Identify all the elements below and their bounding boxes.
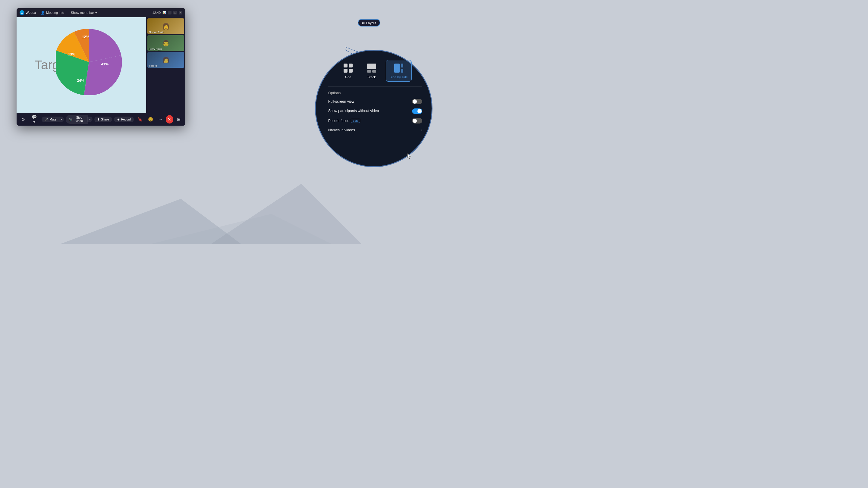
meeting-info-icon: 👤 — [41, 11, 45, 15]
layout-option-grid[interactable]: Grid — [339, 60, 358, 82]
emoji-btn[interactable]: 😊 — [146, 116, 155, 123]
svg-marker-0 — [60, 199, 241, 244]
fullscreen-toggle[interactable] — [412, 99, 422, 104]
svg-text:13%: 13% — [68, 52, 75, 56]
mute-label: Mute — [50, 118, 56, 121]
share-label: Share — [101, 118, 109, 121]
layout-btn-label: Layout — [366, 21, 376, 25]
stats-icon: 📊 — [162, 11, 166, 14]
person-icon: 👩 — [162, 23, 170, 30]
camera-icon: 📷 — [69, 118, 72, 121]
toolbar: ⊙ 💬 ▾ 🎤 Mute ▾ 📷 Stop video ▾ ⬆ Share ⏺ — [17, 113, 185, 126]
layout-option-side-by-side[interactable]: Side by side — [386, 60, 412, 82]
beta-badge: Beta — [351, 119, 360, 123]
chevron-down-icon: ▾ — [95, 11, 97, 15]
sidebar: 👩 Clarissa Smith 👨 Henry Riggs 👩 Isabell… — [146, 17, 185, 113]
fullscreen-label: Full-screen view — [328, 99, 354, 104]
end-call-btn[interactable]: ✕ — [166, 115, 173, 124]
svg-text:41%: 41% — [101, 62, 108, 66]
svg-rect-11 — [344, 69, 347, 73]
participant-name-henry: Henry Riggs — [149, 47, 162, 50]
participant-name-isabelle: Isabelle — [149, 64, 157, 67]
chevron-right-icon: › — [421, 128, 422, 133]
side-by-side-label: Side by side — [390, 75, 408, 79]
show-participants-toggle[interactable] — [412, 108, 422, 114]
grid-label: Grid — [345, 75, 351, 79]
meeting-info-btn[interactable]: 👤 Meeting info — [39, 10, 66, 15]
options-title: Options — [328, 91, 422, 95]
maximize-btn[interactable]: □ — [173, 11, 177, 14]
show-menu-bar-label: Show menu bar — [71, 11, 94, 14]
stop-video-label: Stop video — [73, 116, 85, 123]
mute-caret-btn[interactable]: ▾ — [59, 117, 64, 122]
cursor — [407, 153, 413, 161]
more-btn[interactable]: ··· — [157, 116, 164, 123]
webex-logo: W Webex — [20, 10, 36, 15]
main-content: Target 41% — [17, 17, 185, 113]
svg-marker-1 — [211, 184, 362, 244]
time-display: 12:40 — [152, 11, 161, 14]
side-by-side-icon — [393, 63, 404, 73]
activity-icon-btn[interactable]: ⊙ — [20, 116, 27, 123]
close-btn[interactable]: ✕ — [179, 11, 182, 14]
options-section: Options Full-screen view Show participan… — [328, 91, 422, 133]
grid-view-btn[interactable]: ⊞ — [175, 116, 182, 123]
layout-option-stack[interactable]: Stack — [362, 60, 381, 82]
share-btn[interactable]: ⬆ Share — [94, 117, 112, 122]
people-focus-toggle[interactable] — [412, 118, 422, 124]
svg-rect-18 — [401, 69, 403, 73]
names-in-videos-row[interactable]: Names in videos › — [328, 128, 422, 133]
names-in-videos-label: Names in videos — [328, 128, 355, 132]
svg-rect-13 — [367, 64, 376, 69]
person-icon-isabelle: 👩 — [162, 56, 170, 64]
sticker-btn[interactable]: 🔖 — [135, 116, 144, 123]
participant-thumb-henry[interactable]: 👨 Henry Riggs — [147, 35, 184, 51]
stack-label: Stack — [367, 75, 376, 79]
presentation-area: Target 41% — [17, 17, 146, 113]
mute-group: 🎤 Mute ▾ — [41, 117, 64, 122]
mute-btn[interactable]: 🎤 Mute — [41, 117, 59, 122]
people-focus-label-group: People focus Beta — [328, 119, 360, 123]
reactions-btn[interactable]: 💬 ▾ — [29, 113, 40, 125]
minimize-btn[interactable]: — — [168, 11, 172, 14]
grid-icon — [343, 63, 353, 73]
slide-content: Target 41% — [17, 17, 146, 113]
show-menu-bar-btn[interactable]: Show menu bar ▾ — [69, 10, 99, 15]
pie-chart: 41% 34% 13% 12% — [56, 29, 128, 101]
window-controls: 12:40 📊 — □ ✕ — [152, 11, 182, 14]
svg-text:34%: 34% — [77, 78, 84, 83]
layout-popup: Grid Stack — [306, 47, 433, 179]
video-caret-btn[interactable]: ▾ — [87, 117, 93, 122]
app-name: Webex — [26, 11, 36, 14]
layout-options: Grid Stack — [328, 60, 422, 82]
svg-rect-16 — [394, 64, 400, 73]
record-btn[interactable]: ⏺ Record — [114, 117, 134, 122]
layout-btn[interactable]: ⊞ Layout — [358, 19, 380, 27]
share-icon: ⬆ — [97, 118, 100, 121]
layout-btn-icon: ⊞ — [362, 21, 365, 25]
participant-thumb-clarissa[interactable]: 👩 Clarissa Smith — [147, 19, 184, 34]
svg-rect-12 — [349, 69, 352, 73]
svg-text:12%: 12% — [82, 35, 89, 39]
participant-thumb-isabelle[interactable]: 👩 Isabelle — [147, 52, 184, 68]
svg-rect-17 — [401, 64, 403, 67]
participant-name-clarissa: Clarissa Smith — [149, 31, 164, 33]
people-focus-row: People focus Beta — [328, 118, 422, 124]
svg-rect-14 — [367, 70, 371, 73]
stack-icon — [366, 63, 377, 73]
svg-rect-10 — [349, 64, 352, 67]
person-icon-henry: 👨 — [162, 39, 170, 47]
record-label: Record — [121, 118, 131, 121]
svg-marker-2 — [151, 214, 332, 244]
fullscreen-row: Full-screen view — [328, 99, 422, 104]
show-participants-row: Show participants without video — [328, 108, 422, 114]
people-focus-label: People focus — [328, 119, 349, 123]
layout-panel-content: Grid Stack — [321, 53, 430, 140]
webex-icon: W — [20, 10, 24, 15]
panel-divider — [328, 87, 422, 87]
main-window: W Webex 👤 Meeting info Show menu bar ▾ 1… — [17, 8, 185, 126]
record-icon: ⏺ — [117, 118, 120, 121]
stop-video-btn[interactable]: 📷 Stop video — [66, 115, 88, 124]
title-bar: W Webex 👤 Meeting info Show menu bar ▾ 1… — [17, 8, 185, 17]
svg-rect-15 — [372, 70, 376, 73]
